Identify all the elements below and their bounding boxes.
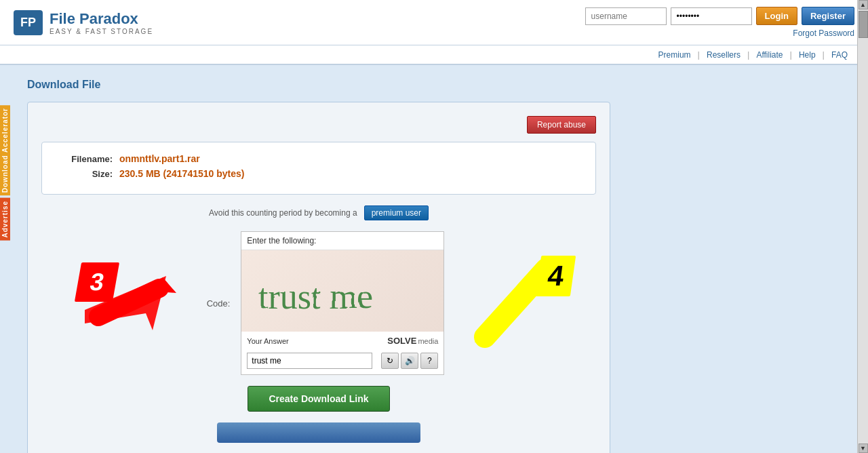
register-button[interactable]: Register [802, 7, 854, 25]
download-accelerator-ad[interactable]: Download Accelerator [0, 105, 10, 195]
filename-label: Filename: [58, 154, 113, 164]
arrow-3-badge: 3 [75, 262, 119, 302]
nav-help[interactable]: Help [792, 50, 823, 60]
premium-notice-text: Avoid this counting period by becoming a [209, 208, 357, 218]
nav-resellers[interactable]: Resellers [700, 50, 747, 60]
nav-affiliate[interactable]: Affiliate [749, 50, 789, 60]
nav-faq[interactable]: FAQ [825, 50, 854, 60]
create-download-row: Create Download Link [41, 386, 596, 412]
login-row: Login Register [585, 7, 854, 25]
header: FP File Paradox EASY & FAST STORAGE Logi… [0, 0, 868, 45]
size-row: Size: 230.5 MB (241741510 bytes) [58, 168, 579, 179]
bottom-bar [41, 422, 596, 443]
file-info-card: Filename: onmnttlv.part1.rar Size: 230.5… [41, 142, 596, 195]
password-input[interactable] [671, 7, 752, 25]
captcha-controls: ↻ 🔊 ? [381, 353, 438, 369]
captcha-image: trust me [241, 250, 443, 332]
logo-tagline: EASY & FAST STORAGE [50, 28, 153, 35]
report-abuse-button[interactable]: Report abuse [527, 116, 596, 134]
create-download-button[interactable]: Create Download Link [248, 386, 389, 412]
scroll-down-arrow[interactable]: ▼ [859, 444, 868, 453]
premium-user-button[interactable]: premium user [364, 205, 429, 220]
captcha-answer-input[interactable] [247, 353, 372, 369]
forgot-password-row: Forgot Password [793, 28, 854, 38]
captcha-enter-label: Enter the following: [241, 232, 443, 250]
page-title: Download File [27, 79, 837, 91]
nav-bar: Premium | Resellers | Affiliate | Help |… [0, 45, 868, 65]
left-ads: Download Accelerator Advertise [0, 105, 12, 241]
captcha-displayed-text: trust me [258, 277, 372, 315]
header-right: Login Register Forgot Password [585, 7, 854, 38]
filename-row: Filename: onmnttlv.part1.rar [58, 153, 579, 164]
logo-fp-box: FP [14, 10, 43, 35]
captcha-help-button[interactable]: ? [420, 353, 438, 369]
logo-area: FP File Paradox EASY & FAST STORAGE [14, 10, 153, 35]
login-button[interactable]: Login [756, 7, 797, 25]
solve-media-logo: SOLVE media [387, 336, 438, 346]
download-box: Report abuse Filename: onmnttlv.part1.ra… [27, 102, 610, 453]
arrow-4-badge: 4 [536, 256, 576, 296]
scroll-up-arrow[interactable]: ▲ [859, 0, 868, 9]
captcha-audio-button[interactable]: 🔊 [401, 353, 418, 369]
advertise-ad[interactable]: Advertise [0, 198, 10, 241]
media-label: media [418, 337, 438, 345]
premium-notice: Avoid this counting period by becoming a… [41, 205, 596, 220]
your-answer-label: Your Answer [247, 337, 288, 345]
captcha-refresh-button[interactable]: ↻ [381, 353, 399, 369]
size-label: Size: [58, 169, 113, 179]
svg-line-3 [485, 269, 546, 337]
logo-text: File Paradox EASY & FAST STORAGE [50, 10, 153, 35]
captcha-footer: Your Answer SOLVE media [241, 332, 443, 350]
main-content: Download File Report abuse Filename: onm… [0, 65, 857, 453]
size-value: 230.5 MB (241741510 bytes) [119, 168, 244, 179]
arrow-3-area: 3 [58, 249, 207, 357]
scrollbar[interactable]: ▲ ▼ [857, 0, 868, 453]
arrow-3-svg [58, 249, 207, 357]
arrow-4-area: 4 [444, 249, 580, 357]
report-abuse-row: Report abuse [41, 116, 596, 134]
username-input[interactable] [585, 7, 667, 25]
bottom-bar-inner [217, 422, 420, 443]
solve-label: SOLVE [387, 336, 416, 346]
captcha-box: Enter the following: trust me [241, 231, 444, 375]
scroll-thumb[interactable] [859, 11, 868, 38]
captcha-input-row: ↻ 🔊 ? [241, 350, 443, 374]
logo-name: File Paradox [50, 10, 153, 28]
code-label: Code: [207, 298, 231, 309]
captcha-text-svg: trust me [244, 252, 441, 330]
filename-value[interactable]: onmnttlv.part1.rar [119, 153, 200, 164]
nav-premium[interactable]: Premium [652, 50, 698, 60]
captcha-with-code: Code: Enter the following: trust me [207, 231, 445, 375]
forgot-password-link[interactable]: Forgot Password [793, 28, 854, 38]
